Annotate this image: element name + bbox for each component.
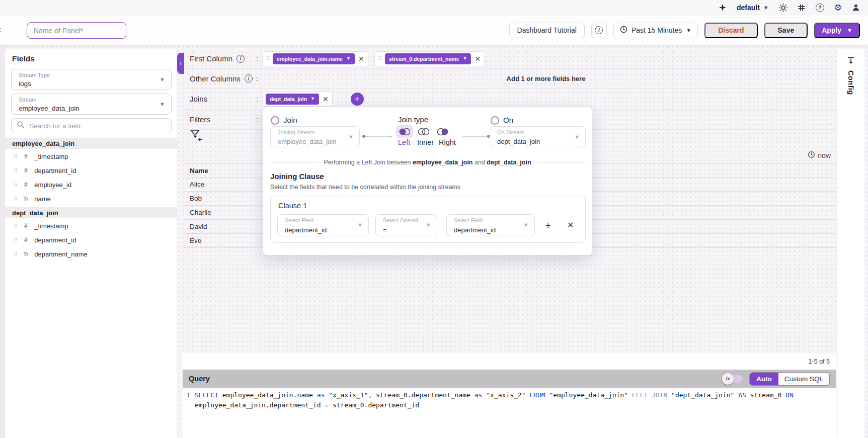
stream-label: Stream (19, 97, 36, 103)
field-chip[interactable]: stream_0.department_name ▼ (385, 53, 471, 64)
on-radio[interactable] (491, 116, 499, 125)
chevron-down-icon: ▼ (686, 28, 691, 33)
drag-handle-icon: ⠿ (14, 168, 17, 173)
config-rail[interactable]: Config (837, 49, 864, 438)
field-type-number-icon: # (22, 222, 30, 229)
info-button[interactable]: i (591, 23, 607, 38)
on-stream-label: On Stream (497, 129, 524, 135)
save-button[interactable]: Save (764, 23, 808, 38)
cell-name: David (190, 223, 207, 230)
field-type-number-icon: # (22, 236, 30, 243)
field-row[interactable]: ⠿ # employee_id (5, 178, 177, 192)
sparkle-ai-icon[interactable] (719, 4, 727, 12)
tab-auto[interactable]: Auto (750, 373, 778, 385)
field-row[interactable]: ⠿ # _timestamp (5, 149, 177, 163)
join-radio[interactable] (271, 116, 279, 125)
stream-type-label: Stream Type (19, 72, 50, 78)
clause-name: Clause 1 (278, 202, 307, 210)
field-search-input[interactable] (29, 122, 166, 130)
field-chip[interactable]: employee_data_join.name ▼ (273, 53, 355, 64)
help-icon[interactable]: ? (816, 4, 824, 12)
filters-label: Filters (190, 115, 210, 124)
join-chip[interactable]: dept_data_join ▼ (266, 94, 319, 105)
dashboard-panel-editor: default ▼ ? ⚙ ‹ Dashboard Tutori (0, 0, 868, 438)
column-header-label: Name (190, 167, 208, 174)
panel-toolbar: ‹ Dashboard Tutorial i Past 15 Minutes ▼… (0, 15, 868, 45)
sql-line-2: employee_data_join.department_id = strea… (183, 400, 836, 410)
gear-icon[interactable]: ⚙ (834, 4, 842, 12)
field-name: _timestamp (34, 153, 68, 160)
add-join-button[interactable]: + (351, 93, 364, 106)
clause-field1-value: department_id (285, 226, 327, 234)
org-selector[interactable]: default ▼ (737, 4, 769, 12)
stream-type-select[interactable]: Stream Type logs ▼ (11, 69, 172, 90)
top-app-bar: default ▼ ? ⚙ (0, 0, 868, 15)
sql-code: SELECT employee_data_join.name as "x_axi… (195, 390, 794, 400)
clause-operator-select[interactable]: Select Operati... = ▼ (375, 214, 437, 236)
query-title: Query (189, 375, 210, 383)
user-icon[interactable] (852, 4, 860, 12)
info-icon: i (595, 26, 603, 34)
dashboard-name-button[interactable]: Dashboard Tutorial (509, 23, 585, 38)
stream-value: employee_data_join (19, 105, 80, 112)
chip-remove-button[interactable]: ✕ (358, 55, 364, 62)
slack-icon[interactable] (798, 4, 806, 12)
back-icon[interactable]: ‹ (0, 24, 1, 35)
remove-clause-button[interactable]: ✕ (567, 221, 574, 229)
join-type-right-button[interactable] (434, 125, 451, 138)
function-toggle[interactable]: fx (724, 375, 742, 383)
field-row[interactable]: ⠿ # _timestamp (5, 219, 177, 233)
clause-operator-value: = (383, 226, 387, 234)
search-icon (17, 121, 25, 131)
chevron-down-icon: ▼ (346, 56, 351, 61)
on-stream-select[interactable]: On Stream dept_data_join ▼ (490, 126, 586, 147)
chevron-down-icon: ▼ (160, 77, 165, 82)
stream-select[interactable]: Stream employee_data_join ▼ (11, 94, 172, 115)
field-row[interactable]: ⠿ Tr department_name (5, 247, 177, 261)
clause-field1-select[interactable]: Select Field department_id ▼ (277, 214, 369, 236)
add-clause-button[interactable]: + (545, 221, 551, 230)
drag-handle-icon: ⠿ (14, 237, 17, 243)
chip-remove-button[interactable]: ✕ (475, 55, 481, 62)
theme-sun-icon[interactable] (779, 4, 787, 12)
config-label: Config (847, 70, 855, 95)
discard-button[interactable]: Discard (704, 23, 757, 38)
joining-stream-select[interactable]: Joining Stream employee_data_join ▼ (270, 126, 360, 147)
join-type-inner-button[interactable] (415, 125, 432, 138)
field-row[interactable]: ⠿ # department_id (5, 163, 177, 178)
chip-remove-button[interactable]: ✕ (323, 96, 329, 103)
join-type-left-button[interactable] (396, 125, 413, 138)
tab-custom-sql[interactable]: Custom SQL (778, 373, 829, 385)
field-type-number-icon: # (22, 153, 30, 160)
drag-handle-icon: ⠿ (14, 154, 17, 159)
clause-operator-label: Select Operati... (383, 217, 423, 223)
add-filter-button[interactable] (190, 129, 203, 144)
sql-editor[interactable]: 1 SELECT employee_data_join.name as "x_a… (183, 388, 836, 438)
join-type-right-label[interactable]: Right (439, 138, 456, 146)
drag-handle-icon: ⠿ (14, 182, 17, 188)
clause-field2-select[interactable]: Select Field department_id ▼ (446, 214, 535, 236)
time-range-button[interactable]: Past 15 Minutes ▼ (613, 23, 698, 38)
query-mode-switch: Auto Custom SQL (749, 372, 830, 386)
other-columns-label-group: Other Columns i (190, 74, 253, 83)
chip-drag-handle-icon[interactable]: ⠿ (378, 56, 381, 61)
join-type-inner-label[interactable]: Inner (417, 138, 434, 146)
join-type-left-label[interactable]: Left (398, 138, 410, 146)
apply-button[interactable]: Apply ▼ (814, 23, 860, 38)
field-row[interactable]: ⠿ Tr name (5, 192, 177, 206)
join-chip-label: dept_data_join (270, 96, 307, 102)
cell-name: Charlie (190, 209, 211, 216)
chip-drag-handle-icon[interactable]: ⠿ (266, 56, 269, 61)
chevron-down-icon: ▼ (426, 222, 431, 228)
field-row[interactable]: ⠿ # department_id (5, 233, 177, 247)
config-panel-icon (847, 56, 855, 66)
drag-handle-icon: ⠿ (14, 196, 17, 202)
collapse-sidebar-button[interactable]: ‹ (177, 53, 184, 74)
field-name: department_name (34, 250, 88, 258)
colon-separator: : (256, 55, 258, 63)
join-chip-container: dept_data_join ▼ ✕ (262, 92, 333, 107)
field-type-text-icon: Tr (22, 251, 30, 257)
other-columns-hint: Add 1 or more fields here (256, 75, 836, 82)
panel-name-input[interactable] (27, 22, 126, 39)
field-group-name: dept_data_join (12, 209, 58, 217)
